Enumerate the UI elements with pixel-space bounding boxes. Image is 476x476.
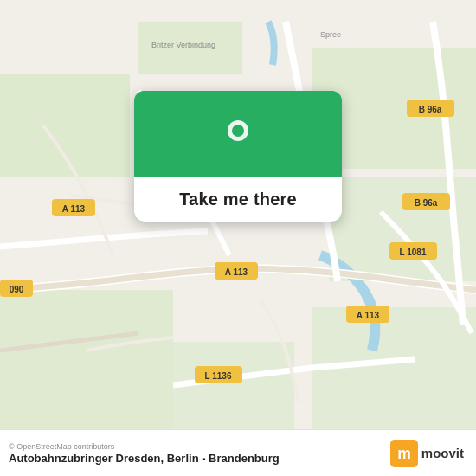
svg-point-28 (232, 125, 244, 137)
moovit-icon: m (390, 440, 418, 467)
svg-text:Britzer Verbindung: Britzer Verbindung (151, 41, 215, 49)
map-svg: A 113 A 113 A 113 B 96a B 96a L 1081 L 1… (0, 0, 476, 476)
popup-card-top (134, 91, 342, 177)
svg-text:A 113: A 113 (357, 311, 380, 320)
svg-text:B 96a: B 96a (415, 198, 438, 208)
bottom-bar: © OpenStreetMap contributors Autobahnzub… (0, 429, 476, 476)
location-pin-icon (216, 110, 260, 162)
popup-card: Take me there (134, 91, 342, 222)
moovit-text: moovit (421, 446, 464, 460)
svg-rect-1 (0, 74, 130, 177)
popup-card-bottom[interactable]: Take me there (134, 177, 342, 222)
svg-text:L 1136: L 1136 (205, 371, 232, 381)
svg-text:m: m (397, 445, 411, 462)
take-me-there-button[interactable]: Take me there (179, 190, 297, 209)
map-container: A 113 A 113 A 113 B 96a B 96a L 1081 L 1… (0, 0, 476, 476)
moovit-logo: m moovit (390, 440, 464, 467)
location-title: Autobahnzubringer Dresden, Berlin - Bran… (9, 452, 280, 465)
svg-text:A 113: A 113 (62, 204, 86, 214)
svg-text:Spree: Spree (320, 30, 341, 39)
svg-text:090: 090 (10, 285, 24, 294)
svg-text:A 113: A 113 (225, 267, 248, 277)
bottom-left-info: © OpenStreetMap contributors Autobahnzub… (9, 442, 280, 465)
svg-text:B 96a: B 96a (419, 105, 442, 114)
svg-text:L 1081: L 1081 (400, 248, 427, 257)
copyright-text: © OpenStreetMap contributors (9, 442, 280, 451)
